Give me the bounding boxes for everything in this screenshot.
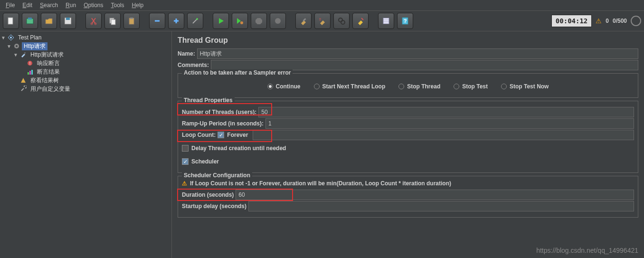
svg-point-17: [275, 18, 281, 24]
startup-delay-label: Startup delay (seconds): [182, 201, 248, 211]
start-button[interactable]: [213, 13, 229, 29]
tree-assertion-results[interactable]: 断言结果: [0, 67, 171, 76]
svg-rect-21: [383, 18, 389, 24]
tree-thread-group[interactable]: ▼ Http请求: [0, 42, 171, 50]
clear-all-button[interactable]: [314, 13, 331, 29]
radio-stop-thread[interactable]: Stop Thread: [398, 83, 440, 90]
scheduler-label: Scheduler: [191, 156, 221, 167]
radio-stop-now[interactable]: Stop Test Now: [501, 83, 549, 90]
ramp-up-input[interactable]: [265, 118, 634, 129]
reset-search-button[interactable]: [352, 13, 369, 29]
tree-user-vars[interactable]: 用户自定义变量: [0, 85, 171, 93]
startup-delay-input[interactable]: [248, 201, 634, 211]
menu-edit[interactable]: Edit: [19, 1, 36, 10]
duration-input[interactable]: [236, 190, 634, 200]
menu-tools[interactable]: Tools: [107, 1, 128, 10]
panel-title: Thread Group: [178, 36, 638, 45]
menu-bar: File Edit Search Run Options Tools Help: [0, 0, 644, 11]
menu-search[interactable]: Search: [36, 1, 62, 10]
tree-icon: [19, 76, 27, 84]
radio-stop-test[interactable]: Stop Test: [454, 83, 488, 90]
function-helper-button[interactable]: [378, 13, 394, 29]
pipette-icon: [19, 51, 27, 58]
shutdown-button[interactable]: [270, 13, 286, 29]
svg-point-26: [10, 37, 12, 38]
warning-icon: ⚠: [182, 180, 187, 187]
svg-point-14: [196, 18, 198, 20]
radio-continue[interactable]: Continue: [267, 83, 301, 90]
plus-button[interactable]: [168, 13, 184, 29]
paste-button[interactable]: [123, 13, 140, 29]
cut-button[interactable]: [85, 13, 102, 29]
svg-text:!: !: [29, 61, 31, 66]
name-input[interactable]: [197, 48, 638, 59]
svg-point-15: [240, 21, 243, 24]
delay-label: Delay Thread creation until needed: [191, 143, 288, 153]
name-label: Name:: [178, 48, 197, 59]
watermark: https://blog.csdn.net/qq_14996421: [536, 247, 638, 254]
minus-button[interactable]: [149, 13, 165, 29]
menu-options[interactable]: Options: [80, 1, 107, 10]
svg-marker-16: [256, 18, 262, 24]
test-plan-tree[interactable]: ▼ Test Plan ▼ Http请求 ▼ Http测试请求 ! 响应断言 断…: [0, 31, 172, 258]
svg-rect-32: [28, 72, 29, 75]
start-noTimers-button[interactable]: [232, 13, 248, 29]
svg-rect-10: [130, 18, 133, 19]
svg-text:?: ?: [404, 18, 407, 24]
loop-count-label: Loop Count:: [182, 130, 218, 140]
tree-http-sampler[interactable]: ▼ Http测试请求: [0, 50, 171, 59]
scheduler-config-fieldset: Scheduler Configuration ⚠ If Loop Count …: [178, 176, 638, 218]
search-tree-button[interactable]: [333, 13, 350, 29]
comments-label: Comments:: [178, 60, 211, 70]
svg-rect-8: [111, 19, 115, 25]
svg-rect-0: [8, 18, 13, 24]
menu-run[interactable]: Run: [62, 1, 80, 10]
stop-button[interactable]: [251, 13, 267, 29]
warning-count: 0: [606, 18, 609, 24]
save-button[interactable]: [60, 13, 76, 29]
scheduler-checkbox[interactable]: [182, 158, 189, 165]
num-threads-input[interactable]: [258, 107, 634, 117]
gear-icon: [13, 42, 20, 50]
num-threads-label: Number of Threads (users):: [182, 107, 258, 117]
svg-rect-34: [31, 70, 33, 75]
svg-rect-29: [24, 52, 26, 54]
svg-rect-2: [28, 18, 32, 19]
copy-button[interactable]: [104, 13, 121, 29]
warning-icon[interactable]: ⚠: [596, 17, 602, 25]
svg-point-20: [341, 20, 345, 24]
svg-point-28: [16, 45, 18, 47]
svg-rect-4: [66, 18, 70, 20]
thread-properties-fieldset: Thread Properties Number of Threads (use…: [178, 101, 638, 173]
radio-next-loop[interactable]: Start Next Thread Loop: [314, 83, 386, 90]
delay-checkbox[interactable]: [182, 145, 189, 152]
menu-file[interactable]: File: [2, 1, 19, 10]
new-button[interactable]: [3, 13, 19, 29]
toggle-button[interactable]: [187, 13, 203, 29]
svg-rect-33: [29, 71, 31, 75]
toolbar: ? 00:04:12 ⚠ 0 0/500: [0, 11, 644, 31]
elapsed-timer: 00:04:12: [551, 15, 592, 27]
tree-response-assertion[interactable]: ! 响应断言: [0, 59, 171, 67]
menu-help[interactable]: Help: [128, 1, 148, 10]
open-button[interactable]: [41, 13, 57, 29]
editor-panel: Thread Group Name: Comments: Action to b…: [172, 31, 644, 258]
sampler-error-fieldset: Action to be taken after a Sampler error…: [178, 73, 638, 98]
comments-input[interactable]: [211, 60, 638, 70]
forever-checkbox[interactable]: [218, 132, 224, 138]
assert-icon: !: [26, 59, 34, 67]
duration-label: Duration (seconds): [182, 190, 236, 200]
tree-view-results[interactable]: 察看结果树: [0, 76, 171, 85]
help-button[interactable]: ?: [397, 13, 413, 29]
forever-label: Forever: [227, 130, 250, 140]
chart-icon: [26, 68, 34, 76]
globe-icon: [631, 16, 641, 26]
wrench-icon: [19, 85, 27, 93]
tree-root[interactable]: ▼ Test Plan: [0, 33, 171, 42]
templates-button[interactable]: [22, 13, 38, 29]
ramp-up-label: Ramp-Up Period (in seconds):: [182, 118, 265, 129]
clear-button[interactable]: [295, 13, 312, 29]
loop-count-input[interactable]: [253, 130, 634, 140]
thread-count: 0/500: [613, 18, 627, 24]
